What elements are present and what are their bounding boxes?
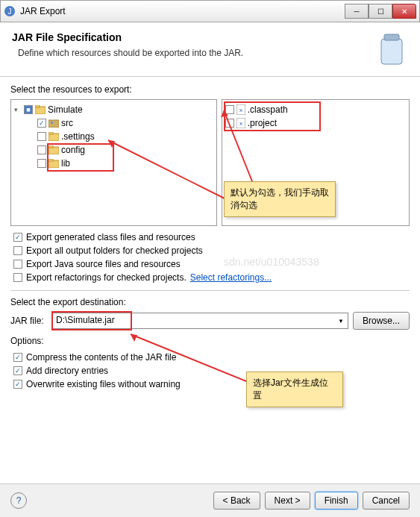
destination-label: Select the export destination: (10, 297, 410, 307)
tree-item-lib[interactable]: lib (14, 157, 213, 170)
header-description: Define which resources should be exporte… (12, 48, 375, 58)
annotation-note2: 选择Jar文件生成位置 (246, 372, 343, 407)
back-button[interactable]: < Back (213, 492, 260, 510)
tree-root-simulate[interactable]: ▾ ■ Simulate (14, 103, 213, 116)
svg-rect-6 (48, 120, 59, 128)
tree-label: .settings (61, 131, 95, 142)
refactorings-link[interactable]: Select refactorings... (190, 272, 272, 283)
svg-rect-5 (35, 105, 40, 107)
window-titlebar: J JAR Export ─ ☐ ✕ (0, 0, 420, 22)
file-icon: x (236, 104, 245, 115)
tree-label: config (61, 145, 85, 155)
svg-text:x: x (239, 107, 242, 113)
resources-label: Select the resources to export: (10, 84, 410, 95)
maximize-button[interactable]: ☐ (369, 4, 392, 19)
folder-icon (48, 132, 59, 141)
minimize-button[interactable]: ─ (345, 4, 369, 19)
opt-gen-class[interactable]: ✓Export generated class files and resour… (10, 231, 410, 244)
opt-java-source[interactable]: Export Java source files and resources (10, 257, 410, 271)
tree-label: Simulate (48, 104, 83, 115)
opt-label: Overwrite existing files without warning (26, 379, 181, 389)
project-icon (35, 105, 46, 114)
file-label: .project (248, 118, 277, 128)
file-label: .classpath (248, 104, 288, 115)
svg-text:x: x (239, 120, 242, 127)
browse-button[interactable]: Browse... (353, 312, 410, 330)
tree-item-settings[interactable]: .settings (14, 130, 213, 143)
next-button[interactable]: Next > (265, 492, 310, 510)
folder-icon (48, 159, 59, 168)
opt-label: Compress the contents of the JAR file (26, 352, 176, 363)
jar-file-value: D:\Simulate.jar (56, 315, 115, 325)
resource-tree-pane[interactable]: ▾ ■ Simulate ✓ src .settings (10, 99, 217, 226)
opt-label: Export generated class files and resourc… (26, 232, 195, 242)
tree-item-config[interactable]: config (14, 143, 213, 157)
dialog-button-bar: ? < Back Next > Finish Cancel (0, 483, 420, 517)
opt-all-output[interactable]: Export all output folders for checked pr… (10, 244, 410, 257)
chevron-down-icon[interactable]: ▼ (336, 315, 346, 327)
opt-overwrite[interactable]: ✓Overwrite existing files without warnin… (10, 377, 410, 391)
finish-button[interactable]: Finish (315, 492, 358, 510)
header-title: JAR File Specification (12, 31, 375, 43)
opt-label: Add directory entries (26, 366, 108, 376)
app-icon: J (4, 5, 16, 17)
tree-label: lib (61, 158, 70, 169)
tree-item-src[interactable]: ✓ src (14, 116, 213, 130)
opt-add-dir[interactable]: ✓Add directory entries (10, 364, 410, 377)
help-button[interactable]: ? (10, 492, 27, 509)
svg-text:J: J (8, 7, 12, 16)
file-icon: x (236, 118, 245, 128)
svg-rect-13 (48, 159, 53, 161)
jar-icon (375, 31, 408, 67)
annotation-note1: 默认为勾选，我们手动取消勾选 (224, 181, 336, 217)
opt-refactorings[interactable]: Export refactorings for checked projects… (10, 271, 410, 284)
package-icon (48, 119, 59, 128)
svg-rect-2 (381, 39, 402, 64)
folder-icon (48, 145, 59, 154)
opt-compress[interactable]: ✓Compress the contents of the JAR file (10, 351, 410, 364)
options-label: Options: (10, 336, 410, 346)
opt-label: Export all output folders for checked pr… (26, 245, 203, 256)
jar-file-label: JAR file: (10, 316, 48, 326)
opt-label: Export Java source files and resources (26, 259, 181, 269)
window-title: JAR Export (20, 6, 345, 16)
opt-label: Export refactorings for checked projects… (26, 272, 187, 283)
svg-rect-9 (48, 132, 53, 134)
cancel-button[interactable]: Cancel (363, 492, 410, 510)
svg-rect-11 (48, 145, 53, 148)
file-item-project[interactable]: x .project (225, 116, 406, 130)
dialog-header: JAR File Specification Define which reso… (0, 22, 420, 77)
svg-rect-7 (51, 122, 53, 124)
svg-rect-3 (384, 34, 399, 40)
tree-label: src (61, 118, 73, 128)
close-button[interactable]: ✕ (392, 4, 416, 19)
file-item-classpath[interactable]: x .classpath (225, 103, 406, 116)
jar-file-combo[interactable]: D:\Simulate.jar ▼ (52, 313, 348, 329)
